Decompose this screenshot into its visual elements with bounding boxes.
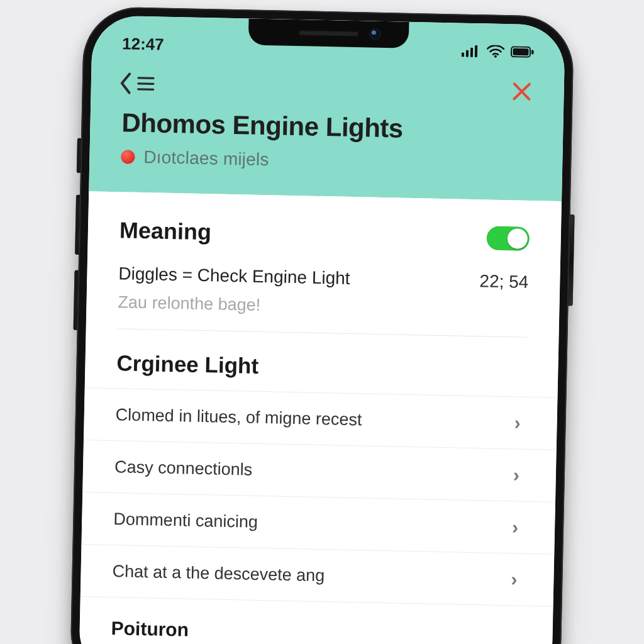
list-item-label: Clomed in litues, of migne recest	[115, 405, 362, 430]
meaning-row-value: 22; 54	[479, 271, 529, 292]
svg-rect-3	[475, 45, 477, 57]
chevron-left-icon	[117, 71, 134, 96]
section-meaning: Meaning Diggles = Check Engine Light 22;…	[86, 191, 562, 338]
chevron-right-icon: ›	[513, 464, 520, 486]
list-item-label: Dommenti canicing	[113, 509, 258, 532]
content: Meaning Diggles = Check Engine Light 22;…	[79, 191, 562, 644]
chevron-right-icon: ›	[514, 412, 521, 433]
speaker-grille	[299, 30, 358, 36]
svg-rect-1	[466, 50, 469, 57]
status-dot-icon	[121, 150, 135, 164]
list-item-label: Casy connectionls	[114, 457, 253, 480]
list-item[interactable]: Casy connectionls ›	[82, 440, 557, 502]
svg-rect-6	[513, 48, 528, 56]
crginee-list: Clomed in litues, of migne recest › Casy…	[80, 387, 558, 607]
status-time: 12:47	[122, 34, 164, 54]
phone-frame: 12:47	[70, 6, 574, 644]
status-icons	[462, 45, 535, 58]
svg-point-4	[494, 55, 497, 58]
svg-line-8	[138, 78, 153, 79]
list-item[interactable]: Dommenti canicing ›	[81, 492, 555, 555]
svg-rect-7	[531, 50, 534, 54]
meaning-row-label: Diggles = Check Engine Light	[118, 264, 350, 289]
title-block: Dhomos Engine Lights Dıotclaes mijels	[89, 102, 564, 176]
battery-icon	[511, 46, 535, 58]
list-item[interactable]: Chat at a the descevete ang ›	[80, 545, 555, 607]
page-title: Dhomos Engine Lights	[121, 108, 532, 147]
list-item-label: Chat at a the descevete ang	[112, 562, 325, 586]
close-icon	[511, 80, 533, 103]
volume-up-button	[75, 195, 80, 255]
svg-line-9	[138, 84, 153, 84]
close-button[interactable]	[511, 80, 533, 103]
toggle-knob	[507, 228, 528, 249]
cellular-icon	[462, 45, 480, 58]
chevron-right-icon: ›	[512, 516, 519, 538]
back-menu-button[interactable]	[117, 71, 155, 96]
side-button	[77, 138, 81, 173]
subtitle-row: Dıotclaes mijels	[121, 147, 531, 175]
front-camera	[370, 30, 380, 39]
menu-icon	[136, 75, 156, 92]
power-button	[569, 214, 575, 306]
meaning-heading: Meaning	[119, 217, 212, 245]
svg-rect-0	[462, 53, 464, 57]
svg-rect-2	[470, 48, 473, 57]
chevron-right-icon: ›	[511, 569, 518, 590]
page-subtitle: Dıotclaes mijels	[143, 147, 269, 170]
volume-down-button	[74, 270, 79, 330]
list-item[interactable]: Clomed in litues, of migne recest ›	[84, 387, 558, 450]
crginee-heading: Crginee Light	[85, 328, 559, 391]
meaning-toggle[interactable]	[486, 226, 530, 250]
notch	[248, 18, 409, 48]
screen: 12:47	[79, 15, 565, 644]
wifi-icon	[487, 45, 504, 58]
svg-line-10	[138, 89, 153, 90]
